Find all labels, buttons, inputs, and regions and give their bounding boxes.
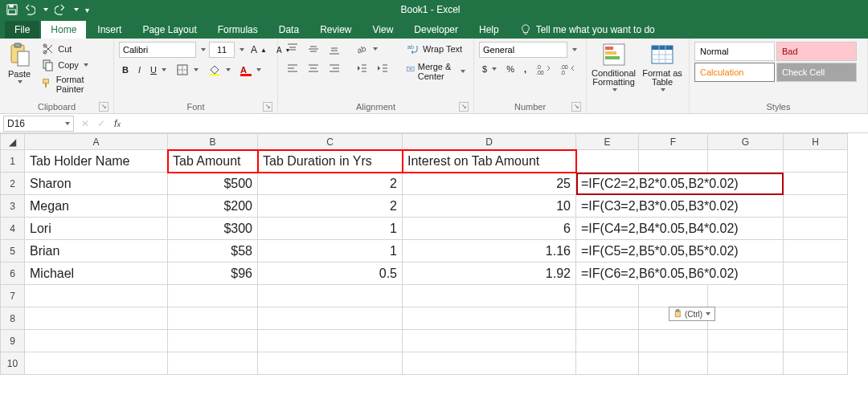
cell[interactable] [784,285,848,307]
dialog-launcher-icon[interactable]: ↘ [459,102,469,112]
cell[interactable] [708,150,784,173]
currency-button[interactable]: $ [479,63,500,75]
fx-icon[interactable]: fx [109,118,125,129]
cell[interactable] [168,307,258,330]
cell[interactable] [258,352,403,375]
cell[interactable] [784,150,848,173]
chevron-down-icon[interactable] [74,8,79,11]
cell[interactable] [784,218,848,240]
cell[interactable]: 2 [258,173,403,195]
undo-icon[interactable] [24,4,35,15]
cell[interactable]: 1.16 [403,240,576,262]
cell[interactable] [784,352,848,375]
cell[interactable] [784,330,848,352]
cell[interactable] [168,330,258,352]
cell[interactable] [168,285,258,307]
cell[interactable] [708,330,784,352]
col-header[interactable]: H [784,134,848,150]
copy-button[interactable]: Copy [39,58,108,72]
cell[interactable] [576,285,639,307]
cell[interactable] [403,330,576,352]
cell[interactable]: Tab Holder Name [25,150,168,173]
align-top-button[interactable] [283,42,302,56]
cell[interactable]: Michael [25,262,168,285]
style-normal[interactable]: Normal [694,42,775,61]
tab-formulas[interactable]: Formulas [208,21,268,39]
cell[interactable]: 1.92 [403,262,576,285]
cell[interactable] [784,307,848,330]
cell[interactable] [639,285,708,307]
cell[interactable]: =IF(C3=2,B3*0.05,B3*0.02) [576,195,784,218]
chevron-down-icon[interactable] [43,8,48,11]
col-header[interactable]: G [708,134,784,150]
grid[interactable]: ◢ A B C D E F G H 1 Tab Holder Name Tab … [0,133,848,375]
tab-data[interactable]: Data [269,21,309,39]
align-left-button[interactable] [283,61,302,75]
tab-insert[interactable]: Insert [88,21,131,39]
cell[interactable]: $96 [168,262,258,285]
row-header[interactable]: 2 [1,173,25,195]
align-middle-button[interactable] [304,42,323,56]
chevron-down-icon[interactable] [240,48,244,51]
cell[interactable] [25,285,168,307]
cut-button[interactable]: Cut [39,42,108,56]
cell[interactable]: Lori [25,218,168,240]
cell[interactable]: 25 [403,173,576,195]
tab-help[interactable]: Help [469,21,509,39]
cell[interactable]: 1 [258,218,403,240]
dialog-launcher-icon[interactable]: ↘ [99,102,108,112]
cell[interactable]: 0.5 [258,262,403,285]
tab-page-layout[interactable]: Page Layout [133,21,206,39]
align-bottom-button[interactable] [325,42,344,56]
cell[interactable] [403,307,576,330]
tab-view[interactable]: View [363,21,403,39]
orientation-button[interactable]: ab [352,42,381,56]
cell[interactable]: =IF(C2=2,B2*0.05,B2*0.02) [576,173,784,195]
conditional-formatting-button[interactable]: Conditional Formatting [592,42,636,92]
cell[interactable] [784,173,848,195]
name-box[interactable]: D16 [3,116,74,132]
font-name-combo[interactable] [119,42,196,58]
merge-center-button[interactable]: Merge & Center [403,61,469,82]
cell-styles-gallery[interactable]: Normal Bad Calculation Check Cell [694,42,857,82]
underline-button[interactable]: U [147,64,170,75]
row-header[interactable]: 4 [1,218,25,240]
row-header[interactable]: 3 [1,195,25,218]
increase-indent-button[interactable] [373,61,392,75]
tab-home[interactable]: Home [41,21,86,39]
row-header[interactable]: 8 [1,307,25,330]
cell[interactable]: =IF(C6=2,B6*0.05,B6*0.02) [576,262,784,285]
cell[interactable]: Sharon [25,173,168,195]
cell[interactable]: Interest on Tab Amount [403,150,576,173]
format-as-table-button[interactable]: Format as Table [641,42,684,92]
tab-file[interactable]: File [5,21,39,39]
cell[interactable]: 1 [258,240,403,262]
cell[interactable]: $200 [168,195,258,218]
cell[interactable]: 2 [258,195,403,218]
cell[interactable]: Tab Duration in Yrs [258,150,403,173]
cell[interactable]: =IF(C4=2,B4*0.05,B4*0.02) [576,218,784,240]
cell[interactable] [576,352,639,375]
cell[interactable]: $58 [168,240,258,262]
cell[interactable]: 10 [403,195,576,218]
cancel-formula-icon[interactable]: ✕ [77,118,93,129]
cell[interactable] [708,285,784,307]
col-header[interactable]: B [168,134,258,150]
row-header[interactable]: 5 [1,240,25,262]
align-right-button[interactable] [325,61,344,75]
cell[interactable] [403,285,576,307]
grow-font-button[interactable]: A▲ [248,43,270,56]
paste-options-tag[interactable]: (Ctrl) [669,307,715,321]
cell[interactable] [708,307,784,330]
tab-developer[interactable]: Developer [404,21,468,39]
cell[interactable] [25,330,168,352]
paste-button[interactable]: Paste [5,42,34,83]
style-calculation[interactable]: Calculation [694,63,775,82]
cell[interactable] [258,330,403,352]
font-color-button[interactable]: A [237,63,264,77]
chevron-down-icon[interactable] [201,48,206,51]
percent-button[interactable]: % [503,63,518,75]
cell[interactable] [258,307,403,330]
cell[interactable]: 6 [403,218,576,240]
cell[interactable] [639,352,708,375]
